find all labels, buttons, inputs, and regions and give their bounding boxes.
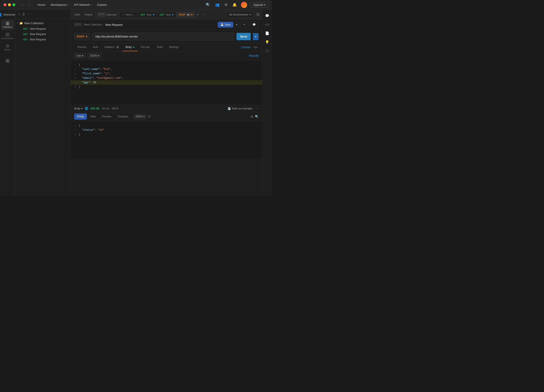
tab-new-collection[interactable]: ☉ New C...	[119, 12, 137, 17]
settings-icon[interactable]: ⚙	[224, 2, 228, 8]
more-button[interactable]: ⋯	[27, 12, 31, 17]
beautify-button[interactable]: Beautify	[249, 54, 259, 57]
http-icon: HTTP	[98, 13, 105, 16]
response-tab-actions: ⧉ 🔍	[251, 115, 259, 119]
breadcrumb-collection[interactable]: New Collection	[84, 23, 102, 26]
tab-tests[interactable]: Tests	[153, 43, 166, 51]
collections-panel: + ☰ ⋯ ▾ 📁 New Collection GET New Request…	[15, 10, 71, 196]
forward-button[interactable]: →	[26, 2, 32, 7]
json-type-button[interactable]: JSON ▾	[87, 53, 101, 58]
notifications-icon[interactable]: 🔔	[231, 2, 238, 8]
tab-preview[interactable]: Preview	[99, 113, 114, 120]
upgrade-button[interactable]: Upgrade ▾	[250, 2, 268, 7]
tab-get-new-2[interactable]: GET New	[157, 12, 176, 17]
chevron-down-icon: ▾	[17, 22, 18, 24]
svg-rect-6	[6, 59, 7, 61]
maximize-button[interactable]	[12, 3, 15, 6]
search-response-button[interactable]: 🔍	[255, 115, 259, 118]
save-as-example-button[interactable]: 💾 Save as example	[228, 107, 252, 110]
tab-headers[interactable]: Headers 8	[101, 43, 122, 51]
code-line: 6 }	[71, 85, 262, 89]
code-line: 2 "status": "ok"	[71, 128, 262, 132]
response-status: 200 OK	[90, 107, 100, 110]
comment-button[interactable]: 💬	[249, 22, 259, 28]
more-options-button[interactable]: ⋯	[256, 107, 259, 110]
nav-home[interactable]: Home	[35, 2, 47, 7]
edit-button[interactable]: ✎	[240, 22, 248, 28]
tab-pretty[interactable]: Pretty	[74, 113, 87, 120]
sidebar-item-environments[interactable]: Environments	[1, 31, 14, 41]
new-tab-button[interactable]: New	[72, 12, 82, 17]
send-button[interactable]: Send	[237, 33, 251, 40]
list-item[interactable]: GET New Request	[15, 32, 71, 37]
svg-rect-7	[8, 59, 9, 61]
info-button[interactable]: ⓘ	[264, 47, 271, 55]
save-dropdown-button[interactable]: ▾	[235, 22, 239, 28]
collections-icon	[6, 21, 10, 25]
environment-view-button[interactable]: ☷	[255, 12, 260, 17]
environment-selector[interactable]: No Environment ▾	[227, 12, 253, 17]
nav-explore[interactable]: Explore	[95, 2, 109, 7]
collection-tab-icon: ☉	[122, 13, 124, 16]
minimize-button[interactable]	[8, 3, 11, 6]
tab-raw[interactable]: Raw	[87, 113, 98, 120]
back-button[interactable]: ←	[20, 2, 25, 7]
avatar[interactable]	[241, 2, 247, 8]
response-time: 41 ms	[102, 107, 109, 110]
invite-icon[interactable]: 👥	[214, 2, 220, 8]
save-icon: 💾	[228, 107, 231, 110]
cookies-link[interactable]: Cookies	[241, 46, 250, 49]
send-dropdown-button[interactable]: ▾	[253, 33, 259, 40]
request-docs-button[interactable]: 💬	[263, 12, 271, 20]
request-name: New Request	[30, 33, 46, 36]
svg-rect-1	[6, 23, 9, 23]
tab-params[interactable]: Params	[74, 43, 89, 51]
nav-workspaces[interactable]: Workspaces ▾	[48, 2, 71, 7]
method-badge-get: GET	[22, 28, 29, 30]
import-button[interactable]: Import	[83, 12, 95, 17]
lightbulb-icon[interactable]: 💡	[263, 38, 271, 46]
copy-button[interactable]: ⧉	[251, 115, 253, 119]
list-item[interactable]: GET New Request	[15, 37, 71, 42]
code-button[interactable]: </>	[252, 45, 259, 50]
collection-item-new-collection[interactable]: ▾ 📁 New Collection	[15, 20, 71, 26]
code-line: 1 {	[71, 63, 262, 67]
search-icon[interactable]: 🔍	[205, 2, 211, 8]
related-collections-button[interactable]: 📄	[263, 29, 271, 37]
http-collection-icon: HTTP	[74, 23, 82, 26]
sidebar-item-collections[interactable]: Collections	[1, 20, 14, 30]
request-body-editor[interactable]: 1 { 2 "last_name": "Eve", 3 "first_name"…	[71, 60, 262, 105]
sidebar-item-apis[interactable]	[1, 57, 14, 65]
tab-auth[interactable]: Auth	[89, 43, 101, 51]
breadcrumb: HTTP New Collection / New Request 💾 Save…	[71, 20, 262, 30]
tab-prereq[interactable]: Pre-req.	[137, 43, 153, 51]
url-input[interactable]	[92, 33, 234, 40]
sidebar-item-history[interactable]: History	[1, 42, 14, 53]
globe-icon: 🌐	[85, 107, 88, 110]
method-selector[interactable]: POST ▾	[74, 33, 90, 40]
tab-get-new-1[interactable]: GET New	[138, 12, 157, 17]
tab-settings[interactable]: Settings	[166, 43, 182, 51]
tab-label: Overview	[106, 13, 117, 16]
chevron-down-icon: ▾	[67, 4, 68, 6]
code-snippet-button[interactable]: </>	[263, 21, 272, 28]
breadcrumb-separator: /	[103, 23, 104, 26]
nav-api-network[interactable]: API Network ▾	[71, 2, 94, 7]
add-collection-button[interactable]: +	[18, 12, 20, 17]
tab-visualize[interactable]: Visualize	[115, 113, 131, 120]
more-tabs-button[interactable]: ⋯	[201, 12, 207, 17]
content-area: New Import HTTP Overview ☉ New C... GET …	[71, 10, 262, 196]
code-line: 4 "email": "test@gmail.com",	[71, 76, 262, 80]
tab-overview[interactable]: HTTP Overview	[95, 12, 119, 17]
list-item[interactable]: GET New Request	[15, 26, 71, 32]
response-body-dropdown[interactable]: Body ▾	[74, 107, 83, 110]
tab-body[interactable]: Body	[122, 43, 137, 51]
raw-button[interactable]: raw ▾	[74, 53, 86, 58]
filter-button[interactable]: ☰	[22, 12, 26, 17]
json-format-selector[interactable]: JSON ▾	[133, 114, 147, 119]
close-button[interactable]	[4, 3, 6, 6]
add-tab-button[interactable]: +	[195, 12, 200, 17]
save-button[interactable]: 💾 Save	[218, 22, 233, 28]
filter-icon[interactable]: ☷	[148, 115, 151, 118]
tab-post-new[interactable]: POST Ne	[176, 12, 195, 17]
